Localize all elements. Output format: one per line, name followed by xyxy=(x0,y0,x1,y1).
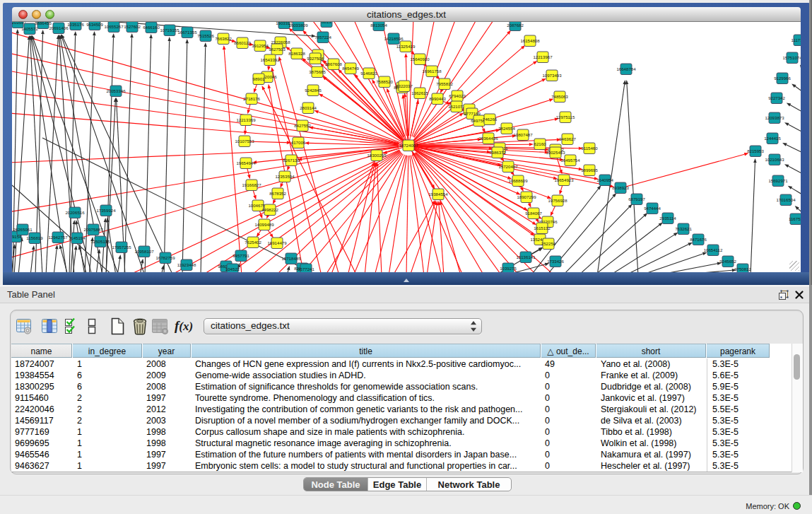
svg-text:1156819: 1156819 xyxy=(26,235,43,240)
svg-text:10807487: 10807487 xyxy=(513,132,533,137)
svg-text:1244415: 1244415 xyxy=(764,136,781,141)
svg-text:8813054: 8813054 xyxy=(370,23,387,28)
svg-text:11923448: 11923448 xyxy=(177,262,196,267)
svg-text:15692971: 15692971 xyxy=(768,178,788,183)
svg-text:12942757: 12942757 xyxy=(48,235,68,240)
svg-text:8267130: 8267130 xyxy=(283,158,300,163)
svg-text:8186328: 8186328 xyxy=(288,51,305,56)
svg-text:417006: 417006 xyxy=(291,140,306,145)
svg-text:9227342: 9227342 xyxy=(768,95,785,100)
svg-text:15720407: 15720407 xyxy=(498,164,518,169)
svg-text:14099489: 14099489 xyxy=(254,222,274,227)
svg-text:7632621: 7632621 xyxy=(675,226,692,231)
svg-text:10973493: 10973493 xyxy=(542,73,562,78)
svg-text:10655267: 10655267 xyxy=(104,24,124,29)
svg-text:15718485: 15718485 xyxy=(281,256,301,261)
svg-text:10210643: 10210643 xyxy=(765,157,784,162)
svg-text:1145194: 1145194 xyxy=(69,235,86,240)
svg-text:16961758: 16961758 xyxy=(422,69,442,74)
svg-text:20691406: 20691406 xyxy=(49,25,69,30)
svg-text:9242845: 9242845 xyxy=(305,88,322,93)
svg-text:2803144: 2803144 xyxy=(300,105,317,110)
svg-text:8322037: 8322037 xyxy=(396,83,413,88)
svg-text:7515526: 7515526 xyxy=(197,33,214,38)
svg-text:4498222: 4498222 xyxy=(261,207,278,212)
svg-text:8427552: 8427552 xyxy=(294,123,311,128)
svg-text:16033809: 16033809 xyxy=(288,23,308,28)
svg-text:9327508: 9327508 xyxy=(307,56,324,61)
svg-text:12213967: 12213967 xyxy=(533,54,553,59)
svg-text:8215953: 8215953 xyxy=(747,148,764,153)
svg-text:19654923: 19654923 xyxy=(554,177,574,182)
svg-text:8938923: 8938923 xyxy=(612,185,629,190)
svg-text:9634509: 9634509 xyxy=(86,22,103,27)
svg-text:9245652: 9245652 xyxy=(719,259,736,264)
svg-text:20975887: 20975887 xyxy=(83,227,103,232)
svg-text:12975115: 12975115 xyxy=(556,115,575,119)
svg-text:9463627: 9463627 xyxy=(559,136,576,141)
svg-text:20053346: 20053346 xyxy=(106,88,126,93)
svg-text:20206516: 20206516 xyxy=(65,210,85,215)
svg-text:9577241: 9577241 xyxy=(298,267,314,271)
svg-text:1615132: 1615132 xyxy=(534,226,551,230)
svg-text:9474444: 9474444 xyxy=(644,206,661,211)
svg-text:7955812: 7955812 xyxy=(436,81,453,86)
svg-text:9457791: 9457791 xyxy=(233,253,249,258)
svg-text:2867608: 2867608 xyxy=(325,62,342,66)
svg-text:1527602: 1527602 xyxy=(124,24,141,29)
svg-text:8660123: 8660123 xyxy=(234,40,251,45)
svg-text:1035176: 1035176 xyxy=(67,22,84,27)
svg-text:1405572: 1405572 xyxy=(21,26,38,31)
svg-text:12213369: 12213369 xyxy=(236,117,256,122)
svg-text:19654944: 19654944 xyxy=(236,160,256,165)
svg-text:3824554: 3824554 xyxy=(498,126,515,131)
svg-text:19384554: 19384554 xyxy=(428,192,448,197)
svg-text:252254: 252254 xyxy=(541,241,556,246)
svg-text:14218596: 14218596 xyxy=(384,36,404,41)
svg-text:12505135: 12505135 xyxy=(90,239,110,244)
svg-text:16782759: 16782759 xyxy=(155,255,175,260)
svg-text:15640910: 15640910 xyxy=(410,57,430,62)
svg-text:7485063: 7485063 xyxy=(551,94,568,99)
svg-text:16914479: 16914479 xyxy=(267,240,287,245)
svg-text:9115460: 9115460 xyxy=(581,146,598,151)
svg-text:17016504: 17016504 xyxy=(776,197,796,202)
svg-text:16154808: 16154808 xyxy=(520,38,540,43)
svg-text:7986372: 7986372 xyxy=(489,150,506,155)
svg-text:19756928: 19756928 xyxy=(548,198,567,203)
svg-text:1039275: 1039275 xyxy=(500,266,517,271)
svg-text:16543392: 16543392 xyxy=(260,57,280,62)
svg-text:3912954: 3912954 xyxy=(252,43,269,48)
svg-text:9899695: 9899695 xyxy=(581,168,598,173)
svg-text:7588520: 7588520 xyxy=(376,79,393,84)
svg-text:11325419: 11325419 xyxy=(396,44,416,49)
svg-text:746266: 746266 xyxy=(483,117,498,122)
svg-text:8678352: 8678352 xyxy=(269,191,286,196)
svg-text:2718176: 2718176 xyxy=(243,96,260,101)
svg-text:15136141: 15136141 xyxy=(516,255,536,259)
svg-text:9750812: 9750812 xyxy=(734,267,751,271)
svg-text:98901: 98901 xyxy=(253,76,266,81)
svg-text:1640954: 1640954 xyxy=(596,177,613,182)
svg-text:1621072: 1621072 xyxy=(448,104,465,109)
svg-text:6879197: 6879197 xyxy=(628,197,645,201)
svg-text:10107553: 10107553 xyxy=(235,139,254,144)
svg-text:18300295: 18300295 xyxy=(367,153,387,158)
svg-text:6466160: 6466160 xyxy=(143,25,160,30)
svg-text:16671355: 16671355 xyxy=(177,30,197,35)
svg-text:7663822: 7663822 xyxy=(215,36,232,41)
svg-text:9184067: 9184067 xyxy=(525,211,542,216)
svg-text:8471676: 8471676 xyxy=(690,237,707,242)
svg-text:8813: 8813 xyxy=(322,22,331,24)
svg-text:116753: 116753 xyxy=(789,216,801,221)
svg-text:6794023: 6794023 xyxy=(449,93,466,98)
svg-text:7857224: 7857224 xyxy=(314,35,331,40)
svg-text:9146821: 9146821 xyxy=(360,71,377,76)
svg-text:10688609: 10688609 xyxy=(508,178,528,183)
svg-text:17359924: 17359924 xyxy=(96,208,116,213)
svg-text:12353594: 12353594 xyxy=(275,174,295,179)
svg-text:26265061: 26265061 xyxy=(13,227,33,232)
svg-text:1733426: 1733426 xyxy=(547,259,564,264)
svg-text:19166827: 19166827 xyxy=(242,182,261,187)
svg-text:9827503: 9827503 xyxy=(269,47,286,52)
